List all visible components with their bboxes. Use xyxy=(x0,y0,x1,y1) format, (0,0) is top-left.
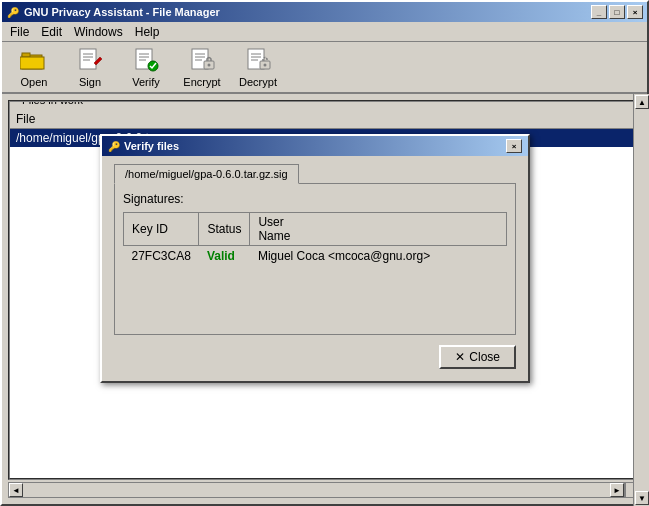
sign-icon xyxy=(76,46,104,74)
files-panel: Files in work File /home/miguel/gpa-0.6.… xyxy=(8,100,641,480)
app-icon: 🔑 xyxy=(6,5,20,19)
dialog-close-icon-button[interactable]: × xyxy=(506,139,522,153)
decrypt-label: Decrypt xyxy=(239,76,277,88)
sign-label: Sign xyxy=(79,76,101,88)
vertical-scrollbar: ▲ ▼ xyxy=(633,94,649,506)
decrypt-button[interactable]: Decrypt xyxy=(232,45,284,89)
close-x-icon: ✕ xyxy=(455,350,465,364)
file-column-header: File xyxy=(10,110,639,129)
bottom-scrollbar-row: ◄ ► xyxy=(8,482,641,498)
open-icon xyxy=(20,46,48,74)
file-list: /home/miguel/gpa-0.6.0.tar.gz 🔑 Verify f… xyxy=(10,129,639,478)
svg-rect-2 xyxy=(20,57,44,69)
tab-bar: /home/miguel/gpa-0.6.0.tar.gz.sig xyxy=(114,164,516,184)
title-bar-buttons: _ □ × xyxy=(591,5,643,19)
table-row: 27FC3CA8 Valid Miguel Coca <mcoca@gnu.or… xyxy=(124,246,507,267)
col-user-name: User Name xyxy=(250,213,507,246)
signatures-label: Signatures: xyxy=(123,192,507,206)
dialog-title-bar: 🔑 Verify files × xyxy=(102,136,528,156)
sign-button[interactable]: Sign xyxy=(64,45,116,89)
encrypt-button[interactable]: Encrypt xyxy=(176,45,228,89)
decrypt-icon xyxy=(244,46,272,74)
open-button[interactable]: Open xyxy=(8,45,60,89)
svg-point-23 xyxy=(264,64,267,67)
svg-point-17 xyxy=(208,64,211,67)
col-key-id: Key ID xyxy=(124,213,199,246)
minimize-button[interactable]: _ xyxy=(591,5,607,19)
dialog-buttons: ✕ Close xyxy=(114,345,516,369)
close-button[interactable]: × xyxy=(627,5,643,19)
dialog-title-buttons: × xyxy=(506,139,522,153)
scroll-track-v xyxy=(634,110,649,490)
menu-bar: File Edit Windows Help xyxy=(2,22,647,42)
verify-dialog: 🔑 Verify files × /home/miguel/gpa-0.6.0.… xyxy=(100,134,530,383)
dialog-title-left: 🔑 Verify files xyxy=(108,140,179,152)
signatures-table: Key ID Status User Name 27FC3CA8 Valid xyxy=(123,212,507,266)
menu-edit[interactable]: Edit xyxy=(35,23,68,41)
svg-rect-3 xyxy=(80,49,96,69)
scroll-down-button[interactable]: ▼ xyxy=(635,491,649,505)
close-dialog-button[interactable]: ✕ Close xyxy=(439,345,516,369)
app-title: GNU Privacy Assistant - File Manager xyxy=(24,6,220,18)
toolbar: Open Sign xyxy=(2,42,647,94)
scroll-left-button[interactable]: ◄ xyxy=(9,483,23,497)
scroll-up-button[interactable]: ▲ xyxy=(635,95,649,109)
svg-rect-1 xyxy=(22,53,30,57)
verify-label: Verify xyxy=(132,76,160,88)
maximize-button[interactable]: □ xyxy=(609,5,625,19)
tab-label: /home/miguel/gpa-0.6.0.tar.gz.sig xyxy=(125,168,288,180)
menu-help[interactable]: Help xyxy=(129,23,166,41)
files-panel-label: Files in work xyxy=(18,100,87,106)
menu-file[interactable]: File xyxy=(4,23,35,41)
encrypt-icon xyxy=(188,46,216,74)
cell-key-id: 27FC3CA8 xyxy=(124,246,199,267)
cell-status: Valid xyxy=(199,246,250,267)
tab-content: Signatures: Key ID Status User Name xyxy=(114,183,516,335)
verify-icon xyxy=(132,46,160,74)
col-status: Status xyxy=(199,213,250,246)
tab-sig-file[interactable]: /home/miguel/gpa-0.6.0.tar.gz.sig xyxy=(114,164,299,184)
cell-user-name: Miguel Coca <mcoca@gnu.org> xyxy=(250,246,507,267)
table-empty-space xyxy=(123,266,507,326)
menu-windows[interactable]: Windows xyxy=(68,23,129,41)
close-button-label: Close xyxy=(469,350,500,364)
file-column-label: File xyxy=(16,112,35,126)
title-bar: 🔑 GNU Privacy Assistant - File Manager _… xyxy=(2,2,647,22)
dialog-content: /home/miguel/gpa-0.6.0.tar.gz.sig Signat… xyxy=(102,156,528,381)
open-label: Open xyxy=(21,76,48,88)
title-bar-left: 🔑 GNU Privacy Assistant - File Manager xyxy=(6,5,220,19)
app-window: 🔑 GNU Privacy Assistant - File Manager _… xyxy=(0,0,649,506)
scroll-right-button[interactable]: ► xyxy=(610,483,624,497)
dialog-title: Verify files xyxy=(124,140,179,152)
verify-button[interactable]: Verify xyxy=(120,45,172,89)
encrypt-label: Encrypt xyxy=(183,76,220,88)
horizontal-scrollbar[interactable]: ◄ ► xyxy=(8,482,625,498)
dialog-icon: 🔑 xyxy=(108,141,120,152)
